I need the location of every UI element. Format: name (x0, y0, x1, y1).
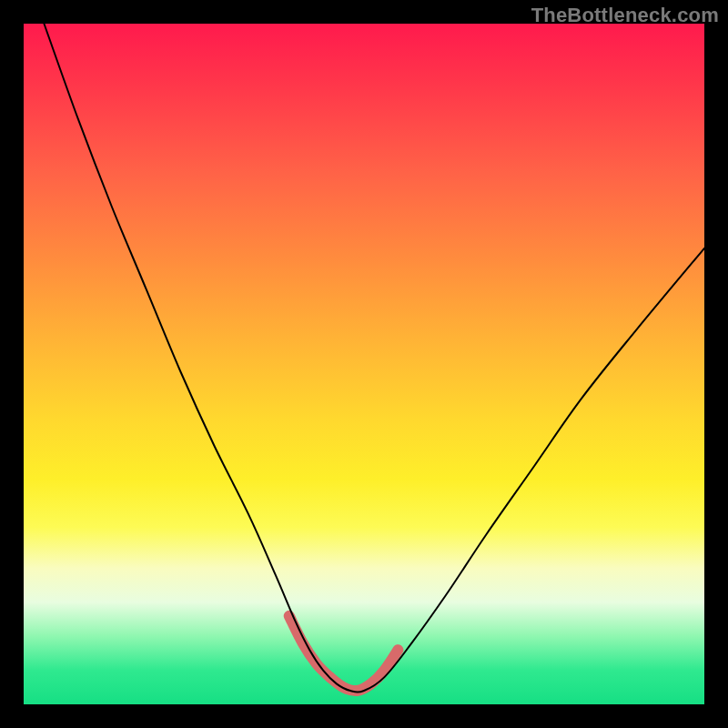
plot-area (24, 24, 704, 704)
chart-svg (24, 24, 704, 704)
outer-frame: TheBottleneck.com (0, 0, 728, 728)
bottleneck-curve (44, 24, 704, 693)
watermark: TheBottleneck.com (531, 4, 719, 27)
